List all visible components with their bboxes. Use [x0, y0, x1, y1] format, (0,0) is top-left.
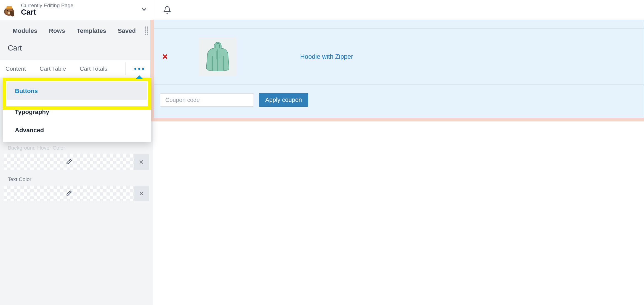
- product-thumbnail[interactable]: [199, 38, 237, 76]
- dot-icon: [142, 68, 144, 70]
- remove-item-button[interactable]: [162, 53, 168, 60]
- text-color-picker[interactable]: [4, 186, 134, 201]
- svg-rect-7: [9, 12, 10, 14]
- sub-tab-cart-table[interactable]: Cart Table: [34, 60, 74, 78]
- tab-templates[interactable]: Templates: [77, 27, 106, 35]
- sub-tab-cart-totals[interactable]: Cart Totals: [74, 60, 116, 78]
- cart-preview: Hoodie with Zipper Apply coupon: [153, 20, 644, 121]
- canvas-topbar: [153, 0, 644, 20]
- svg-rect-5: [6, 8, 13, 9]
- cart-product-row: Hoodie with Zipper: [154, 28, 644, 85]
- tab-rows[interactable]: Rows: [49, 27, 65, 35]
- drag-handle-icon[interactable]: [145, 26, 148, 35]
- chevron-down-icon[interactable]: [140, 6, 148, 13]
- svg-point-3: [7, 10, 8, 12]
- header-text-block: Currently Editing Page Cart: [21, 2, 140, 17]
- bg-hover-color-picker[interactable]: [4, 154, 134, 170]
- more-dropdown: Buttons Typography Advanced: [3, 78, 151, 142]
- app-root: Currently Editing Page Cart Modules Rows…: [0, 0, 644, 305]
- dropdown-item-advanced[interactable]: Advanced: [3, 121, 151, 139]
- bg-hover-color-clear[interactable]: [134, 154, 149, 170]
- dot-icon: [134, 68, 136, 70]
- sub-tab-more-button[interactable]: [125, 62, 153, 75]
- svg-rect-6: [8, 12, 9, 14]
- tab-modules[interactable]: Modules: [13, 27, 37, 35]
- coupon-code-input[interactable]: [160, 93, 254, 107]
- text-color-label: Text Color: [0, 176, 153, 185]
- sub-tab-content[interactable]: Content: [0, 60, 34, 78]
- bg-hover-color-row: [4, 154, 149, 170]
- page-title: Cart: [21, 8, 140, 17]
- cart-table: Hoodie with Zipper Apply coupon: [154, 20, 644, 118]
- dot-icon: [138, 68, 140, 70]
- bell-icon[interactable]: [163, 6, 171, 14]
- module-sub-tabs: Content Cart Table Cart Totals: [0, 60, 153, 78]
- module-section-title: Cart: [0, 42, 153, 60]
- beaver-logo-icon: [3, 3, 16, 17]
- coupon-row: Apply coupon: [154, 85, 644, 118]
- bg-hover-color-label: Background Hover Color: [0, 145, 153, 153]
- tab-saved[interactable]: Saved: [118, 27, 136, 35]
- canvas: Hoodie with Zipper Apply coupon: [153, 0, 644, 305]
- sidebar-header: Currently Editing Page Cart: [0, 0, 153, 20]
- product-name-link[interactable]: Hoodie with Zipper: [300, 53, 353, 60]
- dropdown-item-typography[interactable]: Typography: [3, 103, 151, 121]
- dropdown-item-buttons[interactable]: Buttons: [7, 82, 147, 100]
- builder-sidebar: Currently Editing Page Cart Modules Rows…: [0, 0, 153, 305]
- apply-coupon-button[interactable]: Apply coupon: [259, 93, 308, 107]
- header-pretitle: Currently Editing Page: [21, 2, 140, 9]
- main-tabs: Modules Rows Templates Saved: [0, 20, 153, 42]
- preview-selection-outline: Hoodie with Zipper Apply coupon: [150, 20, 644, 121]
- text-color-clear[interactable]: [134, 186, 149, 201]
- text-color-row: [4, 186, 149, 201]
